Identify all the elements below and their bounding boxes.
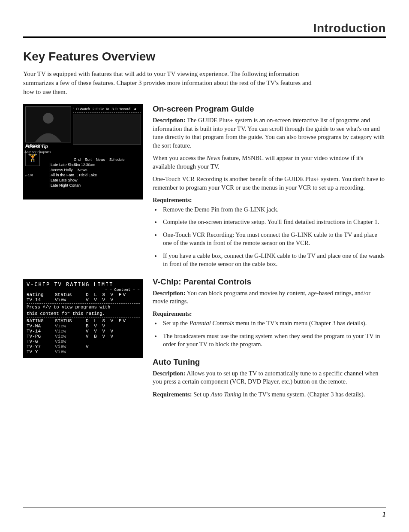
guide-header-watch: 1 O Watch: [73, 107, 90, 111]
vchip-data-row: TV-PGViewV B V V: [27, 334, 140, 339]
vchip-cur-flags: V V V V: [86, 297, 140, 302]
guide-row-program: Late Night Conan: [49, 183, 141, 187]
vchip-current-row: TV-14 View V V V V: [27, 297, 140, 302]
vchip-heading: V-Chip: Parental Controls: [153, 277, 386, 287]
auto-req: Requirements: Set up Auto Tuning in the …: [153, 390, 386, 399]
req-label-inline: Requirements:: [153, 391, 192, 398]
auto-heading: Auto Tuning: [153, 357, 386, 367]
guide-row-channel: [25, 168, 49, 172]
guide-req-item: Remove the Demo Pin from the G-LINK jack…: [161, 206, 386, 214]
person-icon: [26, 107, 71, 142]
guide-tab-grid: Grid: [74, 157, 81, 162]
guide-row-program: Access Holly… News: [49, 168, 141, 172]
vchip-desc-text: You can block programs and movies by con…: [153, 290, 370, 305]
desc-label: Description:: [153, 117, 186, 124]
vchip-data-rows: TV-MAView B V V TV-14ViewV V V V TV-PGVi…: [27, 323, 140, 354]
vchip-cur-rating: TV-14: [27, 297, 55, 302]
vchip-data-row: TV-MAView B V V: [27, 323, 140, 329]
auto-desc: Description: Allows you to set up the TV…: [153, 369, 386, 386]
vchip-title: V-CHIP TV RATING LIMIT: [27, 282, 140, 288]
guide-row: Late Late Show: [25, 162, 141, 167]
text-column: On-screen Program Guide Description: The…: [153, 104, 386, 403]
info-icon: ✦: [25, 143, 29, 148]
vchip-req-item: The broadcasters must use the rating sys…: [161, 332, 386, 349]
footer-rule: [23, 508, 386, 508]
guide-video-label-text: Dateline: [30, 143, 43, 148]
guide-header-goto: 2 O Go To: [93, 107, 109, 111]
vchip-screenshot: V-CHIP TV RATING LIMIT – – Content – – R…: [23, 279, 143, 358]
desc-label: Description:: [153, 370, 186, 377]
vchip-content-label: – – Content – –: [27, 288, 140, 292]
remote-icon: ◄: [133, 107, 136, 111]
guide-req-item: If you have a cable box, connect the G-L…: [161, 252, 386, 269]
guide-req-label: Requirements:: [153, 196, 386, 204]
figures-column: ✦ Dateline Anterior Graphics Fitness Tip…: [23, 104, 143, 403]
vchip-req-list: Set up the Parental Controls menu in the…: [153, 319, 386, 349]
vchip-header2-row: RATING STATUS D L S V FV: [27, 318, 140, 323]
vchip-msg-1: Press ^/v to view programs with: [27, 305, 140, 310]
guide-video-label: ✦ Dateline: [25, 143, 43, 148]
guide-desc-1: Description: The GUIDE Plus+ system is a…: [153, 116, 386, 150]
guide-row: Late Night Conan: [25, 183, 141, 188]
guide-tab-news: News: [96, 157, 105, 162]
guide-desc-2: When you access the News feature, MSNBC …: [153, 154, 386, 171]
guide-req-list: Remove the Demo Pin from the G-LINK jack…: [153, 206, 386, 269]
guide-video-window: [25, 106, 71, 142]
guide-video-sublabel: Anterior Graphics: [24, 150, 51, 154]
guide-row-program: Late Late Show: [49, 178, 141, 182]
guide-header-record: 3 O Record: [111, 107, 130, 111]
guide-desc-3: One-Touch VCR Recording is another benef…: [153, 175, 386, 192]
guide-header-row: 1 O Watch 2 O Go To 3 O Record ◄: [73, 106, 141, 112]
svg-point-1: [43, 113, 54, 124]
guide-desc-1-text: The GUIDE Plus+ system is an on-screen i…: [153, 117, 385, 149]
vchip-header-row: Rating Status D L S V FV: [27, 292, 140, 297]
vchip-cur-status: View: [55, 297, 86, 302]
guide-row-program: All in the Fam… Ricki Lake: [49, 173, 141, 177]
vchip-msg-2: this content for this rating.: [27, 311, 140, 317]
vchip-col-flags: D L S V FV: [86, 318, 140, 323]
guide-screenshot: ✦ Dateline Anterior Graphics Fitness Tip…: [23, 104, 143, 200]
guide-row-channel: [25, 163, 49, 167]
manual-page: Introduction Key Features Overview Your …: [0, 0, 409, 532]
intro-paragraph: Your TV is equipped with features that w…: [23, 70, 319, 97]
page-number: 1: [382, 511, 386, 518]
vchip-col-status: Status: [55, 292, 86, 297]
vchip-col-rating: RATING: [27, 318, 55, 323]
desc-label: Description:: [153, 290, 186, 296]
guide-row-program: Late Late Show: [49, 163, 141, 167]
section-label: Introduction: [23, 21, 386, 38]
vchip-data-row: TV-GView: [27, 339, 140, 344]
vchip-col-flags: D L S V FV: [86, 292, 140, 297]
guide-tab-schedule: Schedule: [109, 157, 124, 162]
guide-row-channel: [25, 183, 49, 187]
vchip-data-row: TV-YView: [27, 349, 140, 354]
vchip-desc: Description: You can block programs and …: [153, 289, 386, 306]
guide-row: FOX All in the Fam… Ricki Lake: [25, 172, 141, 178]
guide-row-channel: [25, 178, 49, 182]
guide-req-item: Complete the on-screen interactive setup…: [161, 218, 386, 227]
guide-heading: On-screen Program Guide: [153, 104, 386, 114]
vchip-req-label: Requirements:: [153, 310, 386, 317]
page-title: Key Features Overview: [23, 50, 386, 63]
guide-row-channel: FOX: [25, 173, 49, 177]
guide-tab-sort: Sort: [85, 157, 92, 162]
content-columns: ✦ Dateline Anterior Graphics Fitness Tip…: [23, 104, 386, 403]
vchip-data-row: TV-14ViewV V V V: [27, 329, 140, 334]
guide-req-item: One-Touch VCR Recording: You must connec…: [161, 231, 386, 248]
vchip-data-row: TV-Y7View V: [27, 344, 140, 349]
guide-tabs: Grid Sort News Schedule: [74, 157, 141, 162]
guide-info-box: [73, 114, 141, 145]
guide-row: Late Late Show: [25, 178, 141, 183]
guide-grid-rows: Late Late Show Access Holly… News FOX Al…: [25, 162, 141, 188]
vchip-req-item: Set up the Parental Controls menu in the…: [161, 319, 386, 328]
auto-desc-text: Allows you to set up the TV to automatic…: [153, 370, 379, 385]
guide-row: Access Holly… News: [25, 167, 141, 172]
vchip-col-rating: Rating: [27, 292, 55, 297]
vchip-col-status: STATUS: [55, 318, 86, 323]
